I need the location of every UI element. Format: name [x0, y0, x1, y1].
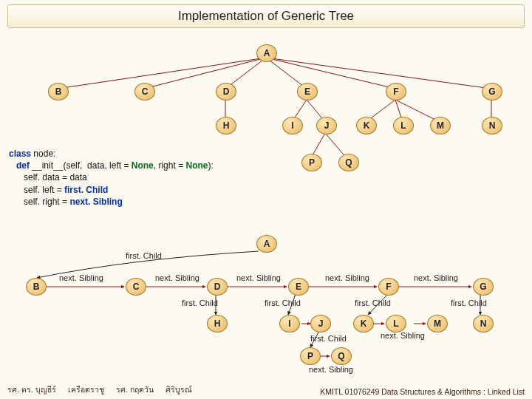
label-nextsibling: next. Sibling: [155, 273, 200, 282]
top-node-H: H: [216, 117, 236, 134]
label-firstchild: first. Child: [355, 299, 391, 307]
bot-node-J: J: [310, 315, 331, 332]
label-nextsibling: next. Sibling: [414, 273, 458, 282]
bot-node-E: E: [288, 278, 309, 296]
label-firstchild: first. Child: [451, 299, 487, 307]
top-node-B: B: [48, 83, 69, 100]
bot-node-F: F: [378, 278, 399, 296]
top-node-L: L: [393, 117, 414, 134]
bot-node-C: C: [126, 278, 146, 296]
label-nextsibling: next. Sibling: [325, 273, 369, 282]
top-node-M: M: [430, 117, 451, 134]
bot-node-P: P: [300, 347, 321, 365]
top-node-P: P: [301, 154, 322, 171]
top-node-Q: Q: [338, 154, 359, 171]
top-node-K: K: [356, 117, 377, 134]
top-node-N: N: [482, 117, 502, 134]
bot-node-N: N: [473, 315, 494, 332]
label-firstchild: first. Child: [126, 251, 162, 260]
label-firstchild: first. Child: [310, 334, 347, 343]
bot-node-A: A: [256, 235, 277, 253]
label-nextsibling: next. Sibling: [309, 365, 353, 374]
bot-node-K: K: [353, 315, 374, 332]
top-node-E: E: [297, 83, 318, 100]
bot-node-G: G: [473, 278, 494, 296]
bot-node-M: M: [427, 315, 448, 332]
label-nextsibling: next. Sibling: [236, 273, 281, 282]
label-firstchild: first. Child: [265, 299, 301, 307]
bot-node-L: L: [386, 315, 406, 332]
label-nextsibling: next. Sibling: [381, 331, 425, 340]
bot-node-D: D: [207, 278, 228, 296]
bot-node-Q: Q: [331, 347, 352, 365]
label-nextsibling: next. Sibling: [59, 273, 103, 282]
top-node-D: D: [216, 83, 236, 100]
top-node-A: A: [256, 44, 277, 62]
top-node-C: C: [134, 83, 155, 100]
bot-node-H: H: [207, 315, 228, 332]
top-node-I: I: [282, 117, 303, 134]
bot-node-B: B: [26, 278, 47, 296]
code-snippet: class node: def __init__(self, data, lef…: [9, 148, 214, 208]
top-node-J: J: [316, 117, 337, 134]
top-node-F: F: [386, 83, 406, 100]
label-firstchild: first. Child: [182, 299, 218, 307]
top-node-G: G: [482, 83, 502, 100]
bot-node-I: I: [279, 315, 300, 332]
